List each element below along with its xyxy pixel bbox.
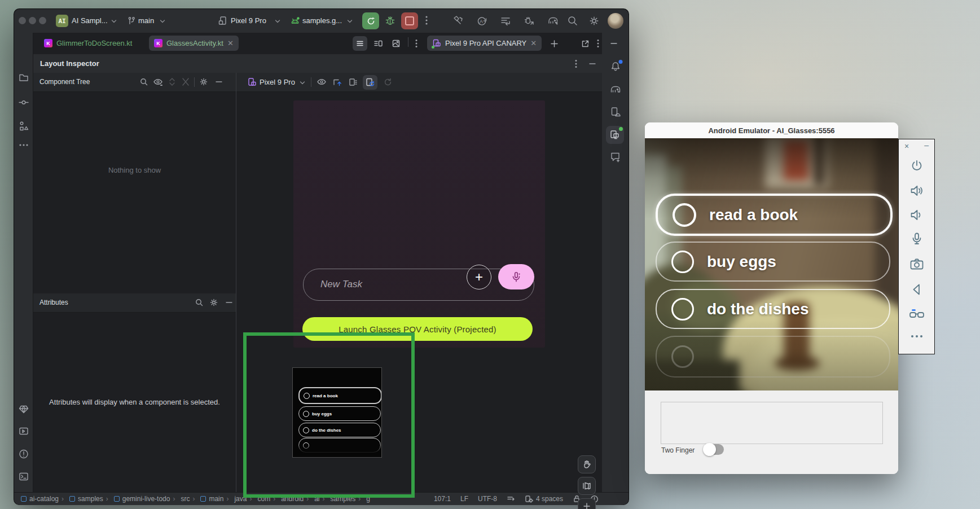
gradle-icon[interactable] bbox=[609, 84, 622, 96]
screenshot-capture-icon[interactable] bbox=[332, 77, 342, 87]
close-emulator-icon[interactable]: × bbox=[904, 142, 909, 151]
back-button-icon[interactable] bbox=[909, 282, 924, 297]
problems-icon[interactable] bbox=[18, 449, 29, 459]
rerun-button[interactable] bbox=[362, 12, 379, 29]
terminal-icon[interactable] bbox=[18, 471, 29, 482]
debug-button[interactable] bbox=[384, 15, 396, 27]
export-snapshot-icon[interactable] bbox=[348, 77, 358, 87]
device-panel-more-icon[interactable] bbox=[593, 36, 603, 51]
view-mode-split-button[interactable] bbox=[371, 36, 385, 51]
line-separator[interactable]: LF bbox=[460, 495, 468, 503]
more-options-icon[interactable] bbox=[425, 15, 428, 25]
new-task-input[interactable]: New Task + bbox=[303, 269, 534, 301]
close-device-tab-icon[interactable]: ✕ bbox=[530, 40, 537, 47]
notifications-bell-icon[interactable] bbox=[609, 61, 621, 73]
more-tools-icon[interactable] bbox=[19, 143, 29, 147]
project-selector[interactable]: AI Sampl... bbox=[72, 9, 108, 33]
power-button-icon[interactable] bbox=[909, 159, 924, 173]
commit-icon[interactable] bbox=[18, 97, 29, 108]
hide-component-tree-icon[interactable] bbox=[215, 77, 223, 86]
search-icon[interactable] bbox=[567, 15, 578, 27]
logcat-icon[interactable] bbox=[18, 426, 29, 437]
emulator-title-bar[interactable]: Android Emulator - AI_Glasses:5556 bbox=[645, 122, 898, 139]
add-task-button[interactable]: + bbox=[467, 265, 491, 289]
project-folder-icon[interactable] bbox=[18, 72, 29, 83]
tab-glimmertodoscreen[interactable]: K GlimmerToDoScreen.kt bbox=[39, 36, 137, 51]
view-mode-list-button[interactable] bbox=[353, 36, 367, 51]
hide-panel-icon[interactable] bbox=[588, 62, 596, 66]
editor-more-options-icon[interactable] bbox=[411, 36, 421, 51]
build-hammer-icon[interactable] bbox=[452, 15, 464, 27]
expand-all-icon[interactable] bbox=[168, 77, 176, 86]
volume-up-icon[interactable] bbox=[909, 183, 924, 198]
todo-pill[interactable]: buy eggs bbox=[656, 242, 890, 282]
close-window-button[interactable] bbox=[19, 17, 26, 24]
zoom-window-button[interactable] bbox=[39, 17, 46, 24]
launch-glasses-pov-button[interactable]: Launch Glasses POV Activity (Projected) bbox=[302, 317, 533, 341]
live-updates-toggle-button[interactable] bbox=[363, 75, 377, 90]
branch-selector[interactable]: main bbox=[138, 9, 154, 33]
search-icon[interactable] bbox=[195, 298, 204, 307]
chevron-down-icon bbox=[347, 19, 353, 23]
tree-settings-gear-icon[interactable] bbox=[199, 77, 208, 86]
open-in-new-window-icon[interactable] bbox=[578, 36, 592, 51]
close-tab-icon[interactable]: ✕ bbox=[227, 40, 234, 47]
view-options-eye-icon[interactable] bbox=[153, 77, 163, 86]
breadcrumb[interactable]: ai-catalog samples gemini-live-todo src … bbox=[21, 493, 370, 505]
mirror-view-options-eye-icon[interactable] bbox=[317, 77, 327, 86]
touchpad-area[interactable] bbox=[661, 402, 883, 444]
preview-todo-item[interactable]: do the dishes bbox=[298, 423, 381, 437]
caret-position[interactable]: 107:1 bbox=[434, 495, 451, 503]
device-manager-icon[interactable] bbox=[609, 106, 621, 118]
microphone-icon[interactable] bbox=[909, 231, 924, 246]
minimize-emulator-icon[interactable]: – bbox=[924, 141, 929, 150]
two-finger-toggle[interactable] bbox=[704, 444, 724, 455]
indent-guide-icon[interactable] bbox=[507, 495, 515, 503]
stop-button[interactable] bbox=[401, 12, 418, 29]
gemini-chat-icon[interactable] bbox=[609, 151, 621, 163]
add-device-tab-button[interactable] bbox=[547, 36, 561, 51]
attributes-settings-gear-icon[interactable] bbox=[209, 298, 218, 307]
more-options-icon[interactable] bbox=[909, 334, 924, 339]
running-device-tab[interactable]: Pixel 9 Pro API CANARY ✕ bbox=[427, 36, 542, 51]
glasses-pov-preview[interactable]: read a book buy eggs do the dishes bbox=[292, 367, 382, 458]
refresh-icon[interactable] bbox=[383, 77, 393, 87]
file-encoding[interactable]: UTF-8 bbox=[478, 495, 497, 503]
camera-icon[interactable] bbox=[909, 257, 924, 271]
run-configuration-selector[interactable]: samples.g... bbox=[302, 9, 342, 33]
preview-todo-item[interactable]: read a book bbox=[298, 387, 382, 404]
rotate-3d-view-button[interactable] bbox=[578, 477, 596, 495]
panel-more-options-icon[interactable] bbox=[575, 59, 577, 68]
user-avatar[interactable] bbox=[608, 13, 623, 29]
structure-icon[interactable] bbox=[18, 121, 29, 131]
view-mode-design-button[interactable] bbox=[389, 36, 403, 51]
app-insights-gem-icon[interactable] bbox=[18, 403, 29, 414]
profiler-icon[interactable] bbox=[499, 15, 512, 27]
volume-down-icon[interactable] bbox=[909, 208, 924, 222]
mirrored-device-name[interactable]: Pixel 9 Pro bbox=[260, 73, 295, 91]
settings-gear-icon[interactable] bbox=[588, 15, 600, 27]
todo-pill-focused[interactable]: read a book bbox=[656, 194, 893, 236]
emulator-screen[interactable]: read a book buy eggs do the dishes bbox=[645, 138, 898, 390]
minimize-window-button[interactable] bbox=[29, 17, 36, 24]
pan-hand-button[interactable] bbox=[578, 455, 596, 473]
device-screen-mirror[interactable]: New Task + Launch Glasses POV Activity (… bbox=[293, 100, 545, 348]
hide-device-panel-icon[interactable] bbox=[607, 36, 621, 51]
hide-attributes-icon[interactable] bbox=[225, 298, 233, 307]
tab-glassesactivity[interactable]: K GlassesActivity.kt ✕ bbox=[149, 36, 239, 51]
preview-todo-item[interactable]: buy eggs bbox=[298, 406, 381, 421]
glasses-mode-icon[interactable] bbox=[908, 306, 925, 321]
attach-debugger-icon[interactable] bbox=[523, 15, 535, 27]
voice-input-button[interactable] bbox=[498, 264, 534, 289]
apply-code-changes-icon[interactable]: A bbox=[476, 15, 488, 27]
gradle-sync-icon[interactable] bbox=[547, 15, 560, 28]
indent-setting[interactable]: 4 spaces bbox=[525, 495, 563, 503]
component-tree-toolbar: Component Tree bbox=[33, 73, 236, 92]
collapse-all-icon[interactable] bbox=[182, 77, 190, 86]
zoom-in-button[interactable] bbox=[583, 502, 591, 509]
target-device-selector[interactable]: Pixel 9 Pro bbox=[231, 9, 266, 33]
preview-fade bbox=[293, 442, 381, 457]
todo-pill[interactable]: do the dishes bbox=[656, 289, 890, 329]
running-devices-tool-button[interactable] bbox=[606, 126, 624, 144]
search-icon[interactable] bbox=[139, 77, 148, 86]
